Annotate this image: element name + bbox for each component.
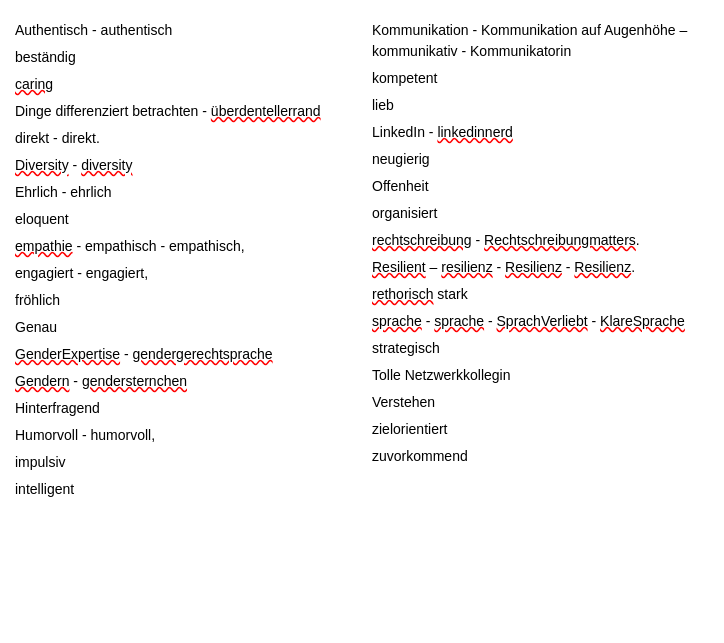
- list-item: Humorvoll - humorvoll,: [15, 425, 352, 446]
- list-item: Authentisch - authentisch: [15, 20, 352, 41]
- list-item: lieb: [372, 95, 709, 116]
- right-column: Kommunikation - Kommunikation auf Augenh…: [372, 20, 709, 500]
- list-item: eloquent: [15, 209, 352, 230]
- list-item: rethorisch stark: [372, 284, 709, 305]
- list-item: direkt - direkt.: [15, 128, 352, 149]
- list-item: organisiert: [372, 203, 709, 224]
- list-item: Kommunikation - Kommunikation auf Augenh…: [372, 20, 709, 62]
- list-item: engagiert - engagiert,: [15, 263, 352, 284]
- list-item: LinkedIn - linkedinnerd: [372, 122, 709, 143]
- list-item: Resilient – resilienz - Resilienz - Resi…: [372, 257, 709, 278]
- list-item: sprache - sprache - SprachVerliebt - Kla…: [372, 311, 709, 332]
- list-item: Genau: [15, 317, 352, 338]
- list-item: neugierig: [372, 149, 709, 170]
- list-item: empathie - empathisch - empathisch,: [15, 236, 352, 257]
- list-item: Ehrlich - ehrlich: [15, 182, 352, 203]
- list-item: strategisch: [372, 338, 709, 359]
- left-column: Authentisch - authentischbeständigcaring…: [15, 20, 352, 500]
- list-item: impulsiv: [15, 452, 352, 473]
- list-item: fröhlich: [15, 290, 352, 311]
- list-item: caring: [15, 74, 352, 95]
- main-content: Authentisch - authentischbeständigcaring…: [15, 20, 709, 500]
- list-item: Tolle Netzwerkkollegin: [372, 365, 709, 386]
- list-item: zuvorkommend: [372, 446, 709, 467]
- list-item: zielorientiert: [372, 419, 709, 440]
- list-item: intelligent: [15, 479, 352, 500]
- list-item: beständig: [15, 47, 352, 68]
- list-item: Hinterfragend: [15, 398, 352, 419]
- list-item: rechtschreibung - Rechtschreibungmatters…: [372, 230, 709, 251]
- list-item: Diversity - diversity: [15, 155, 352, 176]
- list-item: Gendern - gendersternchen: [15, 371, 352, 392]
- list-item: Dinge differenziert betrachten - überden…: [15, 101, 352, 122]
- list-item: Offenheit: [372, 176, 709, 197]
- list-item: kompetent: [372, 68, 709, 89]
- list-item: Verstehen: [372, 392, 709, 413]
- list-item: GenderExpertise - gendergerechtsprache: [15, 344, 352, 365]
